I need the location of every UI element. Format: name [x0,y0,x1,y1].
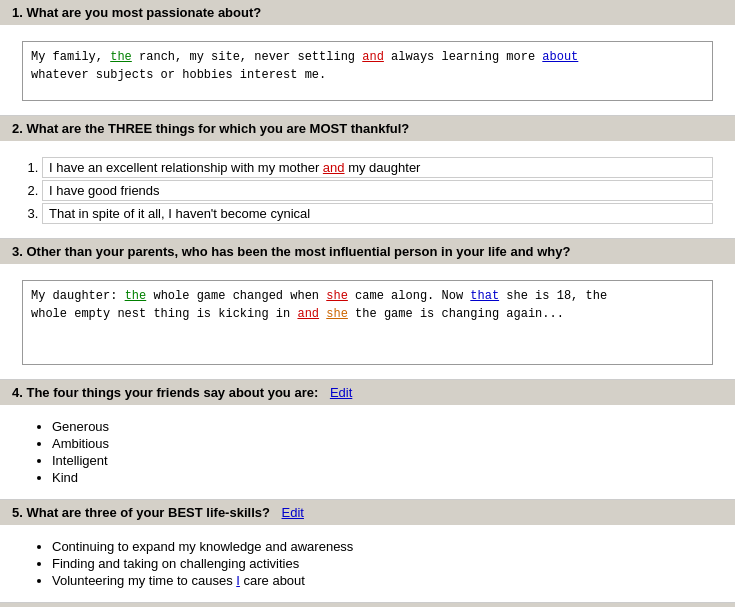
question-4-header: 4. The four things your friends say abou… [0,380,735,405]
list-item: Continuing to expand my knowledge and aw… [52,539,713,554]
question-1-answer: My family, the ranch, my site, never set… [22,41,713,101]
page: 1. What are you most passionate about? M… [0,0,735,607]
question-1-label: 1. What are you most passionate about? [12,5,261,20]
thankful-item-3: That in spite of it all, I haven't becom… [42,203,713,224]
question-5-header: 5. What are three of your BEST life-skil… [0,500,735,525]
question-2-block: I have an excellent relationship with my… [0,141,735,238]
question-5-list: Continuing to expand my knowledge and aw… [42,539,713,588]
highlight-about-1: about [542,50,578,64]
highlight-the-3: the [125,289,147,303]
highlight-and-3: and [297,307,319,321]
list-item: I have an excellent relationship with my… [42,157,713,178]
question-6-header: 6. What is the most important quality th… [0,603,735,607]
thankful-item-2: I have good friends [42,180,713,201]
question-5-label: 5. What are three of your BEST life-skil… [12,505,270,520]
highlight-i-5: I [236,573,240,588]
list-item: Finding and taking on challenging activi… [52,556,713,571]
question-4-list: Generous Ambitious Intelligent Kind [42,419,713,485]
question-4-label: 4. The four things your friends say abou… [12,385,322,400]
thankful-item-1: I have an excellent relationship with my… [42,157,713,178]
list-item: Ambitious [52,436,713,451]
highlight-that-3: that [470,289,499,303]
highlight-she-1: she [326,289,348,303]
question-1-header: 1. What are you most passionate about? [0,0,735,25]
list-item: Volunteering my time to causes I care ab… [52,573,713,588]
question-3-block: My daughter: the whole game changed when… [0,264,735,379]
highlight-and-1: and [362,50,384,64]
list-item: I have good friends [42,180,713,201]
question-1-block: My family, the ranch, my site, never set… [0,25,735,115]
list-item: Intelligent [52,453,713,468]
edit-button-4[interactable]: Edit [330,385,352,400]
question-2-list: I have an excellent relationship with my… [32,157,713,224]
edit-button-5[interactable]: Edit [282,505,304,520]
list-item: Kind [52,470,713,485]
question-5-block: Continuing to expand my knowledge and aw… [0,525,735,602]
question-3-header: 3. Other than your parents, who has been… [0,239,735,264]
highlight-and-2: and [323,160,345,175]
highlight-she-2: she [326,307,348,321]
question-2-header: 2. What are the THREE things for which y… [0,116,735,141]
question-4-block: Generous Ambitious Intelligent Kind [0,405,735,499]
list-item: Generous [52,419,713,434]
question-3-label: 3. Other than your parents, who has been… [12,244,570,259]
question-3-answer: My daughter: the whole game changed when… [22,280,713,365]
question-2-label: 2. What are the THREE things for which y… [12,121,409,136]
list-item: That in spite of it all, I haven't becom… [42,203,713,224]
highlight-the-1: the [110,50,132,64]
